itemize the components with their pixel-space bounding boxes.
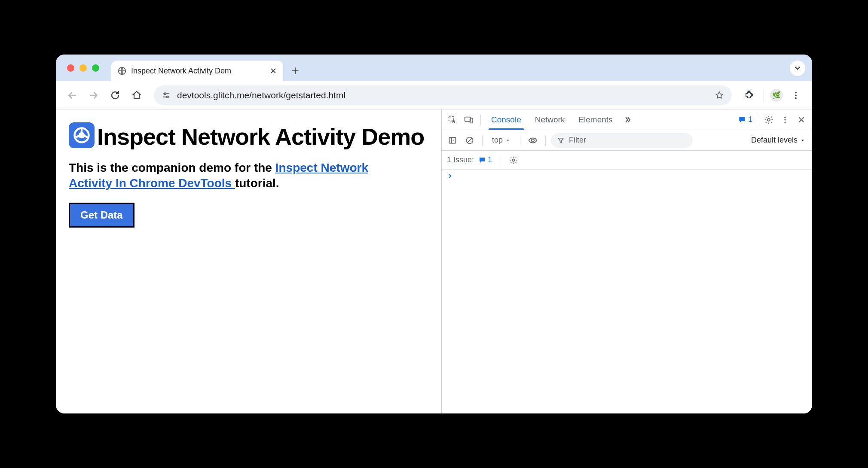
svg-point-1 (164, 93, 166, 94)
close-devtools-icon[interactable] (794, 112, 809, 127)
filter-placeholder: Filter (569, 136, 586, 145)
separator (757, 115, 757, 125)
new-tab-button[interactable] (287, 63, 303, 79)
tab-strip: Inspect Network Activity Dem (56, 55, 812, 81)
execution-context-select[interactable]: top (488, 134, 515, 146)
reload-button[interactable] (107, 87, 124, 104)
content-area: Inspect Network Activity Demo This is th… (56, 109, 812, 413)
window-zoom-button[interactable] (92, 64, 99, 72)
issue-label: 1 Issue: (447, 155, 474, 164)
chrome-menu-button[interactable] (787, 87, 804, 104)
svg-point-5 (795, 91, 797, 93)
settings-icon[interactable] (761, 112, 776, 127)
svg-rect-11 (465, 117, 471, 121)
site-settings-icon[interactable] (162, 91, 171, 100)
svg-point-16 (784, 122, 785, 123)
clear-console-icon[interactable] (462, 133, 477, 148)
get-data-button[interactable]: Get Data (69, 203, 134, 228)
back-button[interactable] (64, 87, 81, 104)
separator (480, 115, 481, 125)
svg-point-7 (795, 97, 797, 99)
star-icon[interactable] (715, 91, 724, 100)
svg-point-6 (795, 94, 797, 96)
tab-title: Inspect Network Activity Dem (131, 67, 265, 76)
globe-icon (117, 66, 127, 76)
context-label: top (492, 136, 503, 145)
intro-text-pre: This is the companion demo for the (69, 161, 275, 174)
issue-pill[interactable]: 1 (478, 155, 492, 164)
devtools-panel: Console Network Elements 1 (442, 109, 812, 413)
issue-count: 1 (488, 155, 492, 164)
filter-icon (557, 137, 565, 144)
url-text: devtools.glitch.me/network/getstarted.ht… (177, 90, 709, 100)
svg-point-14 (784, 116, 785, 118)
window-minimize-button[interactable] (79, 64, 87, 72)
toggle-sidebar-icon[interactable] (445, 133, 460, 148)
profile-avatar[interactable]: 🌿 (770, 89, 783, 102)
devtools-logo-icon (69, 122, 95, 148)
console-filter[interactable]: Filter (551, 133, 693, 148)
levels-label: Default levels (751, 136, 798, 145)
issues-indicator[interactable]: 1 (738, 115, 752, 124)
forward-button[interactable] (85, 87, 102, 104)
close-icon[interactable] (269, 67, 277, 75)
home-button[interactable] (128, 87, 145, 104)
svg-point-20 (512, 159, 514, 161)
tabs-dropdown-button[interactable] (790, 61, 805, 76)
window-close-button[interactable] (67, 64, 74, 72)
tab-console[interactable]: Console (485, 109, 527, 130)
svg-point-9 (79, 132, 85, 139)
log-levels-select[interactable]: Default levels (751, 136, 809, 145)
console-toolbar: top Filter Default levels (442, 130, 812, 151)
separator (499, 155, 499, 165)
issues-count: 1 (748, 115, 752, 124)
device-toolbar-icon[interactable] (462, 112, 476, 127)
live-expression-icon[interactable] (526, 133, 540, 148)
browser-tab[interactable]: Inspect Network Activity Dem (111, 61, 283, 81)
window-controls (67, 64, 99, 72)
address-bar[interactable]: devtools.glitch.me/network/getstarted.ht… (154, 85, 732, 105)
svg-point-15 (784, 119, 785, 120)
inspect-element-icon[interactable] (445, 112, 460, 127)
console-issues-row: 1 Issue: 1 (442, 151, 812, 170)
browser-window: Inspect Network Activity Dem (56, 55, 812, 413)
svg-point-2 (167, 96, 168, 97)
browser-toolbar: devtools.glitch.me/network/getstarted.ht… (56, 81, 812, 109)
tab-elements[interactable]: Elements (572, 109, 618, 130)
toolbar-separator (764, 89, 764, 101)
console-prompt-icon (447, 173, 807, 179)
separator (520, 135, 520, 146)
extensions-button[interactable] (740, 87, 758, 104)
more-tabs-icon[interactable] (620, 112, 635, 127)
separator (482, 135, 483, 146)
page-content: Inspect Network Activity Demo This is th… (56, 109, 442, 413)
separator (545, 135, 546, 146)
devtools-menu-icon[interactable] (778, 112, 792, 127)
intro-text-post: tutorial. (235, 176, 279, 190)
tab-network[interactable]: Network (529, 109, 571, 130)
intro-paragraph: This is the companion demo for the Inspe… (69, 160, 413, 191)
page-heading: Inspect Network Activity Demo (69, 122, 428, 150)
console-output[interactable] (442, 170, 812, 413)
svg-point-13 (767, 119, 770, 121)
svg-point-19 (532, 139, 534, 141)
devtools-tabbar: Console Network Elements 1 (442, 109, 812, 130)
console-settings-icon[interactable] (506, 153, 521, 167)
page-heading-text: Inspect Network Activity Demo (97, 124, 424, 149)
